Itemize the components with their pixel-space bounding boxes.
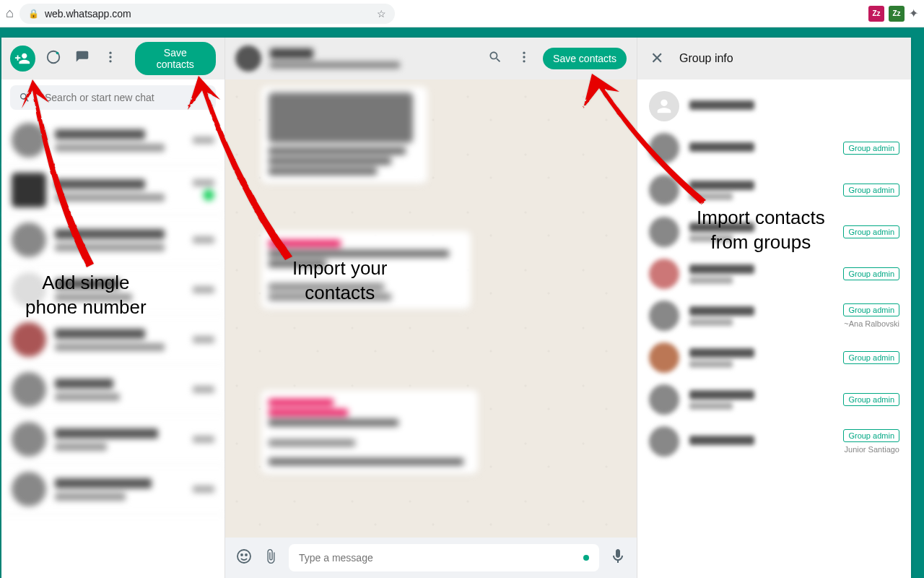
message-input-bar [225,538,637,578]
svg-point-1 [56,52,58,55]
menu-icon[interactable] [100,47,121,70]
admin-badge: Group admin [843,225,899,238]
admin-badge: Group admin [843,142,899,155]
person-add-icon [14,51,30,66]
svg-point-4 [109,60,111,62]
typing-indicator [583,555,589,561]
chat-item[interactable] [1,116,225,165]
address-field[interactable]: 🔒 web.whatsapp.com ☆ [19,4,395,24]
message-input-box[interactable] [289,544,599,571]
svg-point-8 [237,550,250,563]
chat-menu-icon[interactable] [514,47,534,70]
left-header: Save contacts [1,38,225,79]
member-row[interactable]: Group admin [637,253,911,295]
extension-icon-zz2[interactable]: Zz [889,6,905,22]
chat-item[interactable] [1,265,225,315]
search-input[interactable] [45,92,207,103]
empty-avatar-icon [649,91,679,121]
member-alias: Junior Santiago [845,445,899,454]
admin-badge: Group admin [843,393,899,406]
search-icon [19,92,30,103]
chat-header: Save contacts [225,38,637,79]
admin-badge: Group admin [843,267,899,280]
chat-title[interactable] [270,48,476,69]
svg-point-2 [109,52,111,54]
chat-item[interactable] [1,415,225,465]
admin-badge: Group admin [843,303,899,316]
admin-badge: Group admin [843,184,899,197]
add-single-contact-button[interactable] [10,46,35,72]
new-chat-icon[interactable] [71,46,93,71]
whatsapp-web-app: Save contacts [1,38,911,578]
save-contacts-button-left[interactable]: Save contacts [135,42,216,75]
member-row[interactable]: Group admin [637,379,911,420]
extension-icon-zz1[interactable]: Zz [868,6,884,22]
group-info-title: Group info [679,52,733,65]
bookmark-star-icon[interactable]: ☆ [377,8,386,20]
emoji-icon[interactable] [235,548,253,568]
svg-point-7 [523,60,525,62]
mic-icon[interactable] [609,548,627,568]
chat-avatar[interactable] [235,46,261,72]
svg-point-9 [241,554,243,556]
chat-panel: Save contacts [225,38,637,578]
chat-item[interactable] [1,315,225,365]
admin-badge: Group admin [843,351,899,364]
search-box[interactable] [10,85,216,110]
chat-messages-area[interactable] [225,79,637,538]
member-row[interactable]: Group admin~Ana Ralbovski [637,295,911,337]
url-text: web.whatsapp.com [45,8,131,20]
svg-point-3 [109,56,111,58]
svg-point-5 [523,52,525,54]
member-row[interactable]: Group admin [637,169,911,211]
chat-item[interactable] [1,165,225,215]
save-contacts-button-middle[interactable]: Save contacts [543,48,627,69]
member-row[interactable]: Group admin [637,211,911,253]
browser-address-bar: ⌂ 🔒 web.whatsapp.com ☆ Zz Zz ✦ [0,0,924,27]
search-chat-icon[interactable] [485,47,505,70]
chat-item[interactable] [1,465,225,514]
home-icon[interactable]: ⌂ [6,6,14,21]
member-row[interactable] [637,85,911,127]
group-members-list[interactable]: Group admin Group admin Group admin Grou… [637,79,911,578]
left-panel: Save contacts [1,38,225,578]
svg-point-6 [523,56,525,58]
extensions-menu-icon[interactable]: ✦ [909,7,918,20]
lock-icon: 🔒 [28,9,39,19]
member-alias: ~Ana Ralbovski [844,319,899,328]
group-info-panel: ✕ Group info Group admin Group admin [637,38,911,578]
close-icon[interactable]: ✕ [650,49,663,68]
member-row[interactable]: Group adminJunior Santiago [637,420,911,462]
chat-item[interactable] [1,215,225,265]
status-icon[interactable] [43,46,64,71]
member-row[interactable]: Group admin [637,337,911,379]
member-row[interactable]: Group admin [637,127,911,169]
message-input[interactable] [299,552,583,564]
attach-icon[interactable] [263,548,279,567]
chat-list[interactable] [1,116,225,578]
group-info-header: ✕ Group info [637,38,911,79]
search-row [1,79,225,116]
admin-badge: Group admin [843,429,899,442]
chat-item[interactable] [1,365,225,415]
svg-point-10 [245,554,247,556]
